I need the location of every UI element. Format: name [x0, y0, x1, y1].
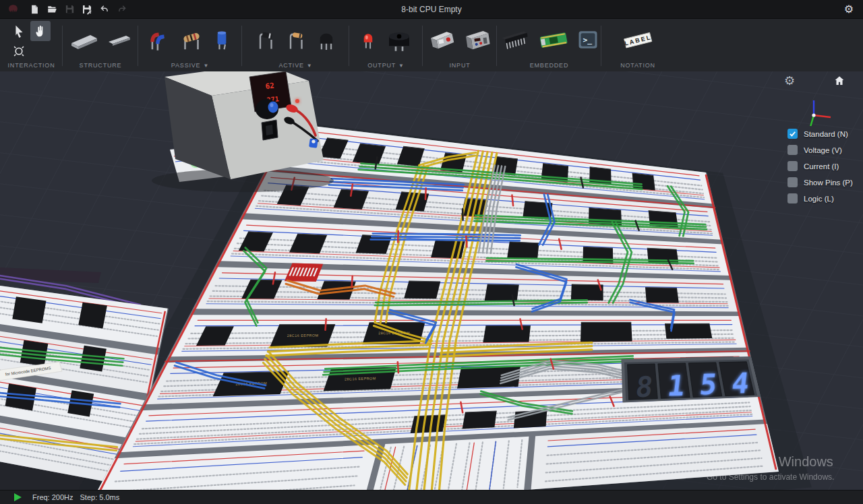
svg-text:>_: >_ — [583, 36, 592, 44]
step-readout: Step: 5.0ms — [80, 493, 120, 501]
save-as-button[interactable] — [78, 0, 96, 18]
svg-text:62: 62 — [265, 82, 275, 91]
terminal-tool-button[interactable]: >_ — [576, 28, 600, 52]
buzzer-tool-button[interactable] — [384, 26, 414, 53]
transistor-tool-button[interactable] — [315, 26, 338, 54]
label-sticker-tool-button[interactable]: LABEL — [620, 28, 655, 52]
hand-tool-button[interactable] — [30, 21, 51, 41]
dropdown-caret-icon: ▼ — [307, 63, 313, 69]
breadboard-tool-button[interactable] — [69, 28, 100, 51]
section-label-structure: STRUCTURE — [80, 59, 122, 71]
play-button[interactable] — [14, 493, 22, 501]
checkbox-box[interactable] — [787, 193, 798, 203]
app-window: 8-bit CPU Empty ⚙ INTERACTION — [0, 0, 863, 504]
power-supply-tool-button[interactable] — [463, 27, 492, 53]
toolbar-section-active: ACTIVE▼ — [242, 19, 349, 71]
undo-button[interactable] — [96, 0, 113, 18]
axis-gizmo[interactable] — [794, 84, 835, 126]
microcontroller-tool-button[interactable] — [537, 28, 570, 52]
toolbar-spacer — [674, 19, 863, 71]
jumper-wire-tool-button[interactable] — [147, 26, 173, 53]
svg-text:28C16 EEPROM: 28C16 EEPROM — [287, 334, 319, 338]
toolbar-section-passive: PASSIVE▼ — [138, 19, 242, 71]
section-label-output: OUTPUT▼ — [367, 59, 405, 71]
orbit-tool-button[interactable] — [9, 42, 28, 61]
view-options-panel: ⚙ Standard (N) Voltage (V) Current — [775, 71, 863, 246]
dip-ic-tool-button[interactable] — [499, 27, 531, 53]
svg-text:28C16 EEPROM: 28C16 EEPROM — [345, 376, 376, 381]
toolbar-section-embedded: >_ EMBEDDED — [497, 19, 601, 71]
new-file-button[interactable] — [26, 0, 43, 18]
checkbox-box[interactable] — [787, 177, 798, 187]
signal-diode-tool-button[interactable] — [285, 26, 309, 53]
cursor-tool-button[interactable] — [9, 22, 28, 41]
switch-module-tool-button[interactable] — [428, 27, 456, 53]
frequency-readout: Freq: 200Hz — [32, 493, 73, 501]
resistor-tool-button[interactable] — [179, 26, 204, 53]
checkbox-box[interactable] — [787, 161, 798, 171]
checkbox-standard[interactable]: Standard (N) — [787, 129, 853, 139]
save-button[interactable] — [61, 0, 78, 18]
section-label-active: ACTIVE▼ — [278, 59, 312, 71]
checkbox-show-pins[interactable]: Show Pins (P) — [787, 177, 853, 187]
toolbar-section-interaction: INTERACTION — [0, 19, 63, 71]
section-label-passive: PASSIVE▼ — [171, 59, 209, 71]
section-label-embedded: EMBEDDED — [530, 59, 569, 71]
checkbox-voltage[interactable]: Voltage (V) — [787, 145, 853, 155]
redo-button[interactable] — [113, 0, 131, 18]
diode-tool-button[interactable] — [254, 26, 278, 53]
render-mode-options: Standard (N) Voltage (V) Current (I) Sho… — [787, 129, 853, 203]
open-file-button[interactable] — [43, 0, 61, 18]
toolbar-section-input: INPUT — [423, 19, 497, 71]
app-logo-icon — [4, 0, 22, 18]
capacitor-tool-button[interactable] — [210, 26, 233, 54]
settings-gear-icon[interactable]: ⚙ — [840, 0, 858, 18]
title-bar: 8-bit CPU Empty ⚙ — [0, 0, 863, 18]
checkbox-logic[interactable]: Logic (L) — [787, 193, 853, 203]
toolbar-section-structure: STRUCTURE — [63, 19, 138, 71]
checkbox-current[interactable]: Current (I) — [787, 161, 853, 171]
section-label-notation: NOTATION — [620, 59, 655, 71]
toolbar-section-output: OUTPUT▼ — [349, 19, 423, 71]
mini-breadboard-tool-button[interactable] — [106, 31, 133, 49]
simulation-status-bar: Freq: 200Hz Step: 5.0ms — [0, 490, 863, 504]
section-label-input: INPUT — [449, 59, 470, 71]
dropdown-caret-icon: ▼ — [398, 63, 405, 69]
toolbar-section-notation: LABEL NOTATION — [601, 19, 674, 71]
3d-viewport[interactable]: Activate WindowsGo to Settings to activa… — [0, 71, 863, 504]
section-label-interaction: INTERACTION — [8, 59, 55, 71]
component-toolbar: INTERACTION STRUCTURE — [0, 18, 863, 71]
home-view-icon[interactable] — [833, 75, 845, 88]
dropdown-caret-icon: ▼ — [203, 63, 209, 69]
viewport-settings-gear-icon[interactable]: ⚙ — [784, 75, 795, 87]
led-tool-button[interactable] — [358, 26, 378, 54]
checkbox-box[interactable] — [787, 145, 798, 155]
checkbox-box[interactable] — [787, 129, 798, 139]
